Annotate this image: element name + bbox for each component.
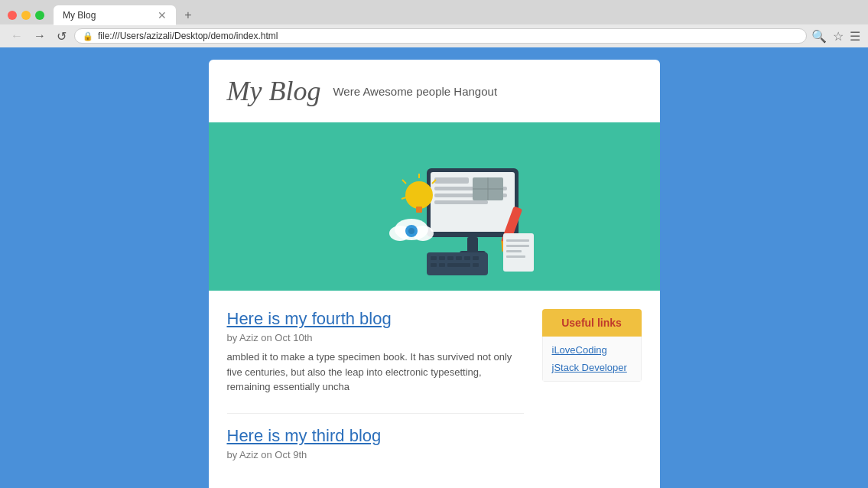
sidebar-link-2[interactable]: jStack Developer (552, 362, 632, 373)
url-text: file:///Users/azizali/Desktop/demo/index… (98, 31, 278, 41)
svg-rect-23 (431, 256, 437, 260)
svg-rect-29 (431, 263, 437, 267)
svg-rect-32 (473, 263, 479, 267)
back-btn[interactable]: ← (8, 28, 26, 44)
post-meta-2: by Aziz on Oct 9th (227, 449, 524, 460)
hero-area (209, 122, 660, 291)
forward-btn[interactable]: → (31, 28, 49, 44)
post-meta-1: by Aziz on Oct 10th (227, 332, 524, 343)
posts-section: Here is my fourth blog by Aziz on Oct 10… (227, 309, 524, 479)
bookmark-icon[interactable]: ☆ (833, 29, 844, 44)
svg-rect-37 (506, 245, 529, 247)
menu-icon[interactable]: ☰ (850, 29, 860, 44)
address-bar[interactable]: 🔒 file:///Users/azizali/Desktop/demo/ind… (74, 28, 807, 44)
new-tab-btn[interactable]: + (179, 6, 197, 24)
post-item: Here is my fourth blog by Aziz on Oct 10… (227, 309, 524, 395)
tab-close-btn[interactable]: ✕ (158, 9, 167, 21)
blog-title: My Blog (227, 75, 321, 107)
svg-rect-5 (434, 200, 488, 204)
hero-illustration (320, 130, 549, 283)
svg-rect-28 (473, 256, 479, 260)
svg-rect-9 (467, 237, 478, 252)
post-title-1[interactable]: Here is my fourth blog (227, 309, 524, 329)
svg-rect-39 (506, 255, 525, 258)
browser-chrome: My Blog ✕ + ← → ↺ 🔒 file:///Users/azizal… (0, 0, 868, 47)
content-wrapper: My Blog Were Awesome people Hangout (209, 60, 660, 476)
svg-rect-38 (506, 250, 522, 252)
blog-subtitle: Were Awesome people Hangout (333, 85, 497, 98)
close-window-btn[interactable] (8, 11, 17, 20)
post-excerpt-1: ambled it to make a type specimen book. … (227, 350, 524, 395)
svg-rect-24 (439, 256, 445, 260)
svg-rect-25 (447, 256, 454, 260)
browser-tab[interactable]: My Blog ✕ (54, 5, 176, 25)
post-divider (227, 413, 524, 414)
title-bar: My Blog ✕ + (0, 0, 868, 24)
window-controls (8, 11, 44, 20)
svg-rect-26 (456, 256, 462, 260)
tab-title: My Blog (63, 10, 96, 21)
svg-rect-30 (439, 263, 445, 267)
svg-rect-27 (464, 256, 470, 260)
svg-rect-2 (434, 177, 469, 184)
svg-rect-12 (416, 207, 422, 213)
sidebar-link-1[interactable]: iLoveCoding (552, 344, 632, 356)
lock-icon: 🔒 (83, 31, 93, 41)
svg-rect-36 (506, 239, 529, 242)
sidebar-widget: Useful links iLoveCoding jStack Develope… (542, 309, 642, 382)
sidebar: Useful links iLoveCoding jStack Develope… (542, 309, 642, 479)
svg-point-21 (408, 228, 414, 234)
page-area: My Blog Were Awesome people Hangout (0, 47, 868, 488)
svg-line-15 (402, 180, 406, 184)
refresh-btn[interactable]: ↺ (54, 28, 70, 45)
main-content: Here is my fourth blog by Aziz on Oct 10… (209, 291, 660, 488)
post-item-2: Here is my third blog by Aziz on Oct 9th (227, 426, 524, 460)
maximize-window-btn[interactable] (35, 11, 44, 20)
svg-rect-31 (447, 263, 470, 267)
search-icon[interactable]: 🔍 (811, 29, 827, 44)
svg-point-11 (405, 181, 433, 209)
minimize-window-btn[interactable] (21, 11, 31, 20)
post-title-2[interactable]: Here is my third blog (227, 426, 524, 446)
sidebar-widget-body: iLoveCoding jStack Developer (542, 337, 642, 382)
blog-header: My Blog Were Awesome people Hangout (209, 60, 660, 122)
toolbar-icons: 🔍 ☆ ☰ (811, 29, 860, 44)
address-bar-row: ← → ↺ 🔒 file:///Users/azizali/Desktop/de… (0, 24, 868, 47)
svg-line-16 (401, 197, 406, 199)
sidebar-widget-title: Useful links (542, 309, 642, 337)
